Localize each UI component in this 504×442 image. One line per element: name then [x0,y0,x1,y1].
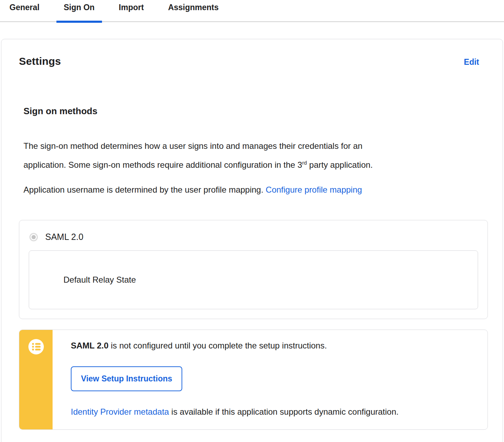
callout-accent-band [19,330,53,429]
list-icon [28,339,44,354]
username-mapping-text: Application username is determined by th… [23,185,266,194]
superscript-rd: rd [302,160,307,166]
tab-bar: General Sign On Import Assignments [0,0,504,22]
default-relay-state-box: Default Relay State [29,250,478,309]
callout-message-text: is not configured until you complete the… [109,341,327,350]
identity-provider-metadata-link[interactable]: Identity Provider metadata [71,407,169,416]
sign-on-methods-heading: Sign on methods [23,105,483,117]
saml-radio-row: SAML 2.0 [29,232,478,242]
sign-on-description: The sign-on method determines how a user… [23,137,476,173]
callout-body: SAML 2.0 is not configured until you com… [53,330,488,429]
description-line-1: The sign-on method determines how a user… [23,137,476,154]
metadata-text: is available if this application support… [169,407,399,416]
default-relay-state-label: Default Relay State [63,275,136,285]
setup-callout: SAML 2.0 is not configured until you com… [19,330,488,430]
tab-general[interactable]: General [2,0,47,22]
view-setup-instructions-button[interactable]: View Setup Instructions [71,366,182,391]
configure-profile-mapping-link[interactable]: Configure profile mapping [266,185,362,194]
callout-message: SAML 2.0 is not configured until you com… [71,340,474,351]
tab-import[interactable]: Import [111,0,151,22]
username-mapping-line: Application username is determined by th… [23,181,483,198]
edit-link[interactable]: Edit [464,57,479,67]
saml-radio-dot [32,235,36,239]
callout-message-strong: SAML 2.0 [71,341,109,350]
metadata-line: Identity Provider metadata is available … [71,407,474,417]
description-line-2: application. Some sign-on methods requir… [23,154,476,173]
page-title: Settings [19,55,61,68]
saml-method-box: SAML 2.0 Default Relay State [19,220,488,319]
saml-radio[interactable] [29,233,38,241]
settings-header: Settings Edit [19,55,488,68]
tab-sign-on[interactable]: Sign On [56,0,102,22]
settings-card: Settings Edit Sign on methods The sign-o… [1,39,503,442]
tab-assignments[interactable]: Assignments [161,0,226,22]
saml-radio-label: SAML 2.0 [45,232,83,242]
